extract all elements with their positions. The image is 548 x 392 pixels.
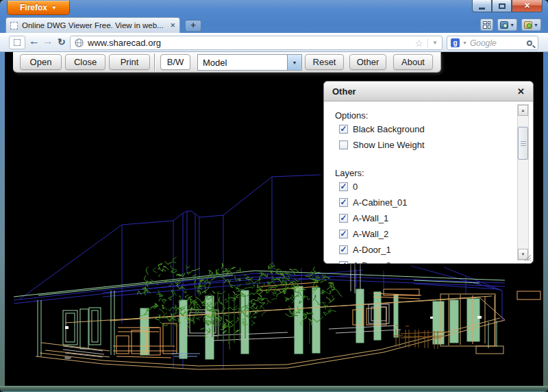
url-history-dropdown-icon[interactable]: ▼ bbox=[427, 38, 438, 48]
url-bar[interactable]: www.sharecad.org ☆ ▼ bbox=[70, 36, 443, 50]
layer-label: A-Door_2 bbox=[353, 260, 391, 265]
checkbox[interactable]: ✓ bbox=[339, 245, 348, 254]
option-show-line-weight[interactable]: Show Line Weight bbox=[339, 140, 533, 149]
window-controls: ✕ bbox=[472, 0, 543, 12]
other-panel: Other ✕ Options: ✓ Black Background Show… bbox=[323, 81, 534, 264]
maximize-button[interactable] bbox=[492, 0, 512, 12]
viewer-toolbar: Open Close Print B/W Model ▼ Reset Other… bbox=[13, 52, 441, 73]
panel-close-icon[interactable]: ✕ bbox=[517, 86, 525, 97]
reset-button[interactable]: Reset bbox=[305, 54, 344, 70]
view-select-value: Model bbox=[198, 55, 287, 70]
layer-label: A-Cabinet_01 bbox=[353, 197, 408, 208]
layer-row[interactable]: ✓ 0 bbox=[339, 182, 533, 191]
options-label: Options: bbox=[335, 110, 533, 121]
panel-scrollbar[interactable]: ▲ ▼ bbox=[517, 104, 529, 260]
layer-label: 0 bbox=[353, 182, 358, 192]
checkbox[interactable]: ✓ bbox=[339, 198, 348, 207]
chevron-down-icon: ▼ bbox=[51, 5, 57, 11]
browser-tab[interactable]: Online DWG Viewer Free. View in web... ✕ bbox=[5, 17, 180, 33]
layer-row[interactable]: ✓ A-Wall_1 bbox=[339, 213, 533, 223]
view-select[interactable]: Model ▼ bbox=[197, 54, 302, 71]
tab-groups-icon bbox=[483, 21, 490, 29]
tab-favicon-placeholder-icon bbox=[10, 22, 18, 29]
checkbox[interactable]: ✓ bbox=[339, 214, 348, 223]
checkbox[interactable]: ✓ bbox=[339, 230, 348, 238]
window-border-bottom bbox=[0, 386, 548, 392]
titlebar: Firefox ▼ ✕ Online DWG Viewer Free. View… bbox=[0, 0, 548, 33]
close-icon: ✕ bbox=[524, 1, 530, 10]
search-engine-dropdown-icon[interactable]: ▼ bbox=[462, 40, 467, 45]
checkbox[interactable]: ✓ bbox=[339, 125, 348, 134]
bw-toggle-button[interactable]: B/W bbox=[160, 54, 190, 70]
firefox-menu-label: Firefox bbox=[20, 3, 47, 12]
page-bookmark-button[interactable] bbox=[9, 36, 25, 49]
other-panel-title: Other bbox=[332, 86, 517, 97]
new-tab-button[interactable]: + bbox=[185, 20, 201, 32]
checkbox[interactable] bbox=[339, 140, 348, 149]
option-black-background[interactable]: ✓ Black Background bbox=[339, 124, 533, 134]
chevron-down-icon: ▼ bbox=[510, 23, 514, 27]
browser-window: Firefox ▼ ✕ Online DWG Viewer Free. View… bbox=[0, 0, 548, 392]
scroll-thumb[interactable] bbox=[518, 127, 528, 160]
search-placeholder[interactable]: Google bbox=[470, 38, 524, 48]
search-icon[interactable] bbox=[527, 40, 532, 46]
screenshot-tool-button[interactable]: ▼ bbox=[497, 19, 517, 31]
minimize-icon bbox=[479, 8, 485, 10]
option-label: Show Line Weight bbox=[353, 140, 425, 150]
scroll-up-button[interactable]: ▲ bbox=[518, 105, 528, 116]
layer-label: A-Door_1 bbox=[353, 245, 391, 255]
downloads-tool-button[interactable]: ▼ bbox=[521, 19, 541, 31]
page-viewport: Open Close Print B/W Model ▼ Reset Other… bbox=[5, 52, 543, 386]
navigation-bar: ← → ↻ www.sharecad.org ☆ ▼ g ▼ Google bbox=[0, 33, 548, 52]
other-panel-body: Options: ✓ Black Background Show Line We… bbox=[324, 101, 533, 264]
other-panel-header[interactable]: Other ✕ bbox=[324, 82, 533, 101]
tab-groups-button[interactable] bbox=[480, 19, 493, 31]
back-button[interactable]: ← bbox=[29, 35, 40, 47]
minimize-button[interactable] bbox=[472, 0, 492, 12]
print-button[interactable]: Print bbox=[109, 54, 150, 70]
maximize-icon bbox=[499, 3, 506, 9]
close-file-button[interactable]: Close bbox=[65, 54, 105, 70]
close-button[interactable]: ✕ bbox=[512, 0, 543, 12]
about-button[interactable]: About bbox=[393, 54, 433, 70]
checkbox[interactable]: ✓ bbox=[339, 182, 348, 191]
panel-resize-grip[interactable] bbox=[523, 254, 532, 262]
window-border-left bbox=[0, 52, 5, 386]
layers-label: Layers: bbox=[335, 168, 533, 178]
select-dropdown-icon[interactable]: ▼ bbox=[287, 55, 301, 70]
camera-icon bbox=[500, 21, 508, 29]
reload-button[interactable]: ↻ bbox=[58, 36, 66, 47]
toolbar-separator bbox=[154, 53, 155, 71]
layer-row[interactable]: ✓ A-Wall_2 bbox=[339, 229, 533, 238]
firefox-menu-button[interactable]: Firefox ▼ bbox=[7, 1, 70, 15]
url-text[interactable]: www.sharecad.org bbox=[88, 38, 411, 48]
tab-title: Online DWG Viewer Free. View in web... bbox=[22, 21, 166, 29]
layer-label: A-Wall_2 bbox=[353, 229, 388, 239]
search-bar[interactable]: g ▼ Google bbox=[447, 36, 538, 50]
open-button[interactable]: Open bbox=[20, 54, 62, 70]
tabbar-right-icons: ▼ ▼ bbox=[480, 19, 541, 31]
google-engine-icon[interactable]: g bbox=[451, 38, 460, 47]
checkbox[interactable]: ✓ bbox=[339, 261, 348, 265]
other-button[interactable]: Other bbox=[349, 54, 386, 70]
forward-button[interactable]: → bbox=[42, 35, 53, 47]
globe-icon bbox=[75, 38, 84, 47]
layer-row[interactable]: ✓ A-Door_1 bbox=[339, 245, 533, 254]
bookmark-star-icon[interactable]: ☆ bbox=[415, 38, 424, 49]
layer-row[interactable]: ✓ A-Cabinet_01 bbox=[339, 197, 533, 207]
page-icon bbox=[14, 39, 21, 46]
layer-label: A-Wall_1 bbox=[353, 213, 388, 223]
chevron-down-icon: ▼ bbox=[534, 23, 538, 27]
cad-white-marks bbox=[64, 316, 482, 359]
folder-icon bbox=[524, 21, 532, 29]
option-label: Black Background bbox=[353, 124, 425, 134]
tab-close-icon[interactable]: ✕ bbox=[170, 22, 175, 29]
layer-row[interactable]: ✓ A-Door_2 bbox=[339, 260, 533, 264]
window-border-right bbox=[543, 52, 548, 386]
